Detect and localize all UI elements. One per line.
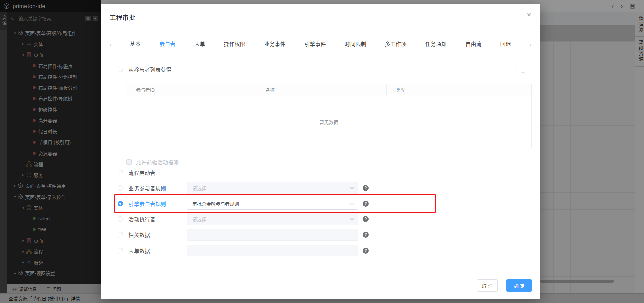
help-icon[interactable]: ? [363,185,369,191]
table-empty-text: 暂无数据 [126,95,531,148]
chevron-down-icon [350,218,354,220]
help-icon[interactable]: ? [363,248,369,254]
option-label: 活动执行者 [128,215,155,223]
column-header-name: 名称 [256,84,387,95]
tabs-scroll-right-icon[interactable]: › [530,42,532,52]
app-window: primeton-ide ‹ › 资源 ▤ + ▾页面-表单-高级/布局组件 ▸… [0,0,644,303]
radio-related-data[interactable] [118,232,123,237]
dialog-footer: 取 消 确 定 [477,279,532,292]
help-icon[interactable]: ? [363,232,369,238]
column-header-participant-id: 参与者ID [126,84,256,95]
tab-operation-permissions[interactable]: 操作权限 [224,40,245,52]
option-activity-executor: 活动执行者 请选择 ? [118,212,420,226]
tab-rollback[interactable]: 回退 [500,40,511,52]
chevron-down-icon [350,187,354,189]
approval-dialog: 工程审批 × ‹ 基本 参与者 表单 操作权限 业务事件 引擎事件 时间限制 多… [101,4,540,299]
tab-free-flow[interactable]: 自由流 [465,40,481,52]
select-placeholder: 请选择 [192,185,206,191]
option-label: 允许前驱活动指派 [136,158,179,166]
option-form-data: 表单数据 ? [118,244,420,257]
select-value: 审批总金额参与者规则 [192,200,239,207]
tab-multi-workitem[interactable]: 多工作项 [385,40,406,52]
table-header-row: 参与者ID 名称 类型 [126,84,531,95]
checkbox-allow-predecessor[interactable] [126,159,132,165]
tab-engine-events[interactable]: 引擎事件 [304,40,326,52]
help-icon[interactable]: ? [363,216,369,222]
option-business-participant-rule: 业务参与者规则 请选择 ? [118,181,420,195]
column-header-type: 类型 [387,84,515,95]
option-label: 引擎参与者规则 [128,200,166,208]
option-process-starter: 流程启动者 [118,166,155,179]
tab-business-events[interactable]: 业务事件 [264,40,285,52]
activity-executor-select[interactable]: 请选择 [187,213,358,225]
tab-basic[interactable]: 基本 [130,40,141,52]
related-data-input[interactable] [187,229,358,241]
tabs-scroll-left-icon[interactable]: ‹ [109,42,111,52]
tab-form[interactable]: 表单 [194,40,205,52]
confirm-button[interactable]: 确 定 [506,279,532,292]
option-label: 流程启动者 [128,169,155,177]
tab-participants[interactable]: 参与者 [159,40,175,52]
chevron-down-icon [350,203,354,205]
tab-time-limit[interactable]: 时间限制 [344,40,366,52]
option-engine-participant-rule: 引擎参与者规则 审批总金额参与者规则 ? [118,197,420,210]
participants-table: 参与者ID 名称 类型 暂无数据 [126,84,532,148]
option-label: 相关数据 [128,231,150,239]
column-header-actions [515,84,531,95]
radio-activity-executor[interactable] [118,216,123,222]
option-label: 从参与者列表获得 [128,65,171,73]
tab-task-notification[interactable]: 任务通知 [425,40,446,52]
business-rule-select[interactable]: 请选择 [187,182,358,194]
add-participant-button[interactable]: + [515,66,531,78]
option-related-data: 相关数据 ? [118,228,420,242]
option-label: 表单数据 [128,247,150,255]
option-label: 业务参与者规则 [128,184,166,192]
engine-rule-select[interactable]: 审批总金额参与者规则 [187,198,358,210]
radio-process-starter[interactable] [118,170,123,175]
help-icon[interactable]: ? [363,201,369,207]
close-icon[interactable]: × [524,10,534,20]
radio-from-participant-list[interactable] [118,67,123,72]
form-data-input[interactable] [187,245,358,256]
select-placeholder: 请选择 [192,216,206,222]
dialog-title: 工程审批 [110,13,135,22]
radio-form-data[interactable] [118,248,123,253]
radio-engine-participant-rule[interactable] [118,201,123,206]
cancel-button[interactable]: 取 消 [477,279,498,292]
dialog-tabs: ‹ 基本 参与者 表单 操作权限 业务事件 引擎事件 时间限制 多工作项 任务通… [101,37,540,52]
option-from-participant-list: 从参与者列表获得 [118,62,171,76]
radio-business-participant-rule[interactable] [118,185,123,191]
